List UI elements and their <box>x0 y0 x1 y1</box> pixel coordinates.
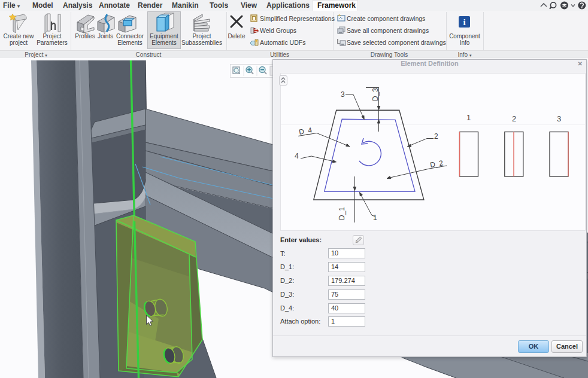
svg-text:2: 2 <box>512 114 516 123</box>
svg-text:1: 1 <box>466 113 471 122</box>
svg-text:3: 3 <box>557 114 561 123</box>
svg-text:1: 1 <box>373 214 377 222</box>
svg-text:i: i <box>463 17 465 27</box>
svg-text:D_3: D_3 <box>371 88 380 101</box>
svg-text:3: 3 <box>341 90 345 99</box>
svg-text:D_1: D_1 <box>338 207 346 220</box>
svg-text:2: 2 <box>434 132 438 141</box>
svg-text:4: 4 <box>295 152 299 160</box>
